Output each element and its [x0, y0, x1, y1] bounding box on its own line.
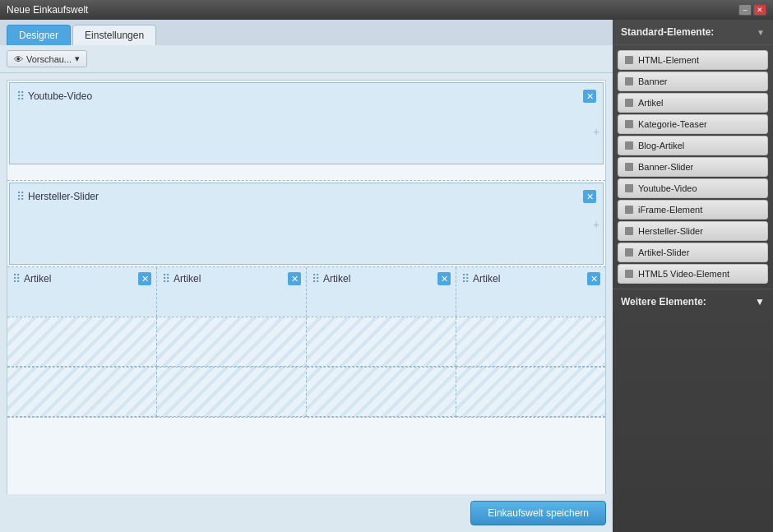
save-button[interactable]: Einkaufswelt speichern	[470, 501, 606, 525]
save-bar: Einkaufswelt speichern	[0, 494, 613, 532]
sidebar-item-html5-video-label: HTML5 Video-Element	[638, 269, 729, 279]
artikel-close-2[interactable]: ✕	[288, 272, 301, 285]
empty-col-6[interactable]	[157, 368, 307, 417]
banner-icon	[625, 77, 633, 86]
four-col-row: ⠿ Artikel ✕ ⠿ Artikel ✕	[7, 267, 605, 317]
col-block-1[interactable]: ⠿ Artikel ✕	[7, 267, 157, 317]
hersteller-slider-row: ⠿ Hersteller-Slider ✕ +	[7, 183, 605, 267]
youtube-video-row: ⠿ Youtube-Video ✕ +	[7, 82, 605, 181]
artikel-slider-icon	[625, 248, 633, 257]
empty-four-col-row-2	[7, 368, 605, 418]
weitere-elements-arrow-icon: ▼	[755, 296, 765, 308]
hersteller-slider-block[interactable]: ⠿ Hersteller-Slider ✕	[9, 183, 604, 265]
artikel-text-1: Artikel	[24, 273, 51, 285]
hersteller-row-add-icon[interactable]: +	[590, 219, 602, 230]
tab-designer[interactable]: Designer	[7, 25, 71, 45]
right-panel: Standard-Elemente: ▼ HTML-Element Banner…	[613, 20, 773, 532]
html5-video-icon	[625, 270, 633, 278]
artikel-close-3[interactable]: ✕	[437, 272, 451, 285]
empty-col-5[interactable]	[7, 368, 157, 417]
empty-col-2[interactable]	[157, 317, 307, 367]
drag-handle-col3[interactable]: ⠿	[312, 272, 320, 285]
youtube-video-close-button[interactable]: ✕	[583, 90, 596, 103]
eye-icon: 👁	[14, 54, 23, 64]
canvas: ⠿ Youtube-Video ✕ + ⠿ Hersteller-Sli	[7, 80, 606, 494]
tabs-bar: Designer Einstellungen	[0, 20, 613, 45]
artikel-label-1: ⠿ Artikel	[12, 272, 51, 285]
sidebar-item-html-element[interactable]: HTML-Element	[618, 50, 768, 70]
youtube-row-add-icon[interactable]: +	[590, 126, 602, 137]
drag-handle-col4[interactable]: ⠿	[461, 272, 470, 285]
sidebar-item-hersteller-slider[interactable]: Hersteller-Slider	[618, 221, 768, 241]
sidebar-item-iframe-element[interactable]: iFrame-Element	[618, 200, 768, 220]
sidebar-item-banner-slider-label: Banner-Slider	[638, 162, 693, 172]
sidebar-item-hersteller-slider-label: Hersteller-Slider	[638, 226, 703, 236]
hersteller-slider-close-button[interactable]: ✕	[583, 190, 596, 203]
banner-slider-icon	[625, 163, 633, 171]
sidebar-item-html5-video[interactable]: HTML5 Video-Element	[618, 264, 768, 284]
sidebar-item-banner-label: Banner	[638, 76, 667, 86]
sidebar-item-banner[interactable]: Banner	[618, 72, 768, 91]
dropdown-arrow-icon: ▾	[75, 53, 80, 64]
drag-handle-icon[interactable]: ⠿	[16, 90, 25, 103]
sidebar-item-kategorie-teaser-label: Kategorie-Teaser	[638, 119, 707, 129]
hersteller-slider-sidebar-icon	[625, 227, 633, 235]
preview-label: Vorschau...	[26, 54, 72, 64]
close-button[interactable]: ✕	[753, 4, 766, 16]
sidebar-items-list: HTML-Element Banner Artikel Kategorie-Te…	[613, 45, 773, 289]
window-controls: – ✕	[738, 4, 766, 16]
sidebar-item-artikel-slider[interactable]: Artikel-Slider	[618, 243, 768, 262]
html-element-icon	[625, 56, 633, 64]
kategorie-teaser-icon	[625, 120, 633, 128]
hersteller-slider-label: ⠿ Hersteller-Slider	[16, 190, 99, 203]
drag-handle-col1[interactable]: ⠿	[12, 272, 21, 285]
sidebar-item-youtube-video-label: Youtube-Video	[638, 183, 697, 193]
standard-elements-title: Standard-Elemente:	[621, 26, 714, 38]
hersteller-slider-text: Hersteller-Slider	[28, 191, 99, 202]
youtube-video-icon	[625, 184, 633, 192]
sidebar-item-blog-artikel-label: Blog-Artikel	[638, 141, 684, 150]
drag-handle-col2[interactable]: ⠿	[162, 272, 170, 285]
preview-button[interactable]: 👁 Vorschau... ▾	[7, 50, 87, 67]
youtube-video-text: Youtube-Video	[28, 90, 92, 102]
blog-artikel-icon	[625, 141, 633, 150]
empty-col-8[interactable]	[456, 368, 605, 417]
empty-col-3[interactable]	[307, 317, 456, 367]
artikel-text-4: Artikel	[473, 273, 500, 285]
youtube-video-label: ⠿ Youtube-Video	[16, 90, 92, 103]
empty-col-7[interactable]	[307, 368, 456, 417]
main-window: Neue Einkaufswelt – ✕ Designer Einstellu…	[0, 0, 773, 532]
tab-einstellungen[interactable]: Einstellungen	[72, 25, 156, 45]
weitere-elements-header[interactable]: Weitere Elemente: ▼	[613, 289, 773, 314]
artikel-text-3: Artikel	[323, 273, 350, 285]
sidebar-item-artikel-label: Artikel	[638, 98, 664, 108]
empty-four-col-row-1	[7, 317, 605, 368]
standard-elements-header[interactable]: Standard-Elemente: ▼	[613, 20, 773, 45]
artikel-label-4: ⠿ Artikel	[461, 272, 500, 285]
sidebar-item-youtube-video[interactable]: Youtube-Video	[618, 178, 768, 198]
minimize-button[interactable]: –	[738, 4, 752, 16]
col-block-3[interactable]: ⠿ Artikel ✕	[307, 267, 456, 317]
toolbar: 👁 Vorschau... ▾	[0, 45, 613, 73]
sidebar-item-kategorie-teaser[interactable]: Kategorie-Teaser	[618, 114, 768, 134]
drag-handle-icon-2[interactable]: ⠿	[16, 190, 25, 203]
designer-area[interactable]: ⠿ Youtube-Video ✕ + ⠿ Hersteller-Sli	[0, 73, 613, 494]
col-block-2[interactable]: ⠿ Artikel ✕	[157, 267, 307, 317]
youtube-video-block[interactable]: ⠿ Youtube-Video ✕	[9, 82, 604, 164]
sidebar-item-banner-slider[interactable]: Banner-Slider	[618, 157, 768, 177]
artikel-close-1[interactable]: ✕	[138, 272, 151, 285]
artikel-close-4[interactable]: ✕	[587, 272, 600, 285]
sidebar-item-iframe-element-label: iFrame-Element	[638, 205, 702, 215]
iframe-element-icon	[625, 206, 633, 214]
window-title: Neue Einkaufswelt	[7, 4, 88, 16]
sidebar-item-blog-artikel[interactable]: Blog-Artikel	[618, 136, 768, 155]
empty-col-4[interactable]	[456, 317, 605, 367]
col-block-4[interactable]: ⠿ Artikel ✕	[456, 267, 605, 317]
artikel-label-2: ⠿ Artikel	[162, 272, 201, 285]
content-area: Designer Einstellungen 👁 Vorschau... ▾	[0, 20, 773, 532]
weitere-elements-title: Weitere Elemente:	[621, 296, 706, 308]
artikel-icon	[625, 99, 633, 107]
empty-col-1[interactable]	[7, 317, 157, 367]
left-panel: Designer Einstellungen 👁 Vorschau... ▾	[0, 20, 613, 532]
sidebar-item-artikel[interactable]: Artikel	[618, 93, 768, 113]
